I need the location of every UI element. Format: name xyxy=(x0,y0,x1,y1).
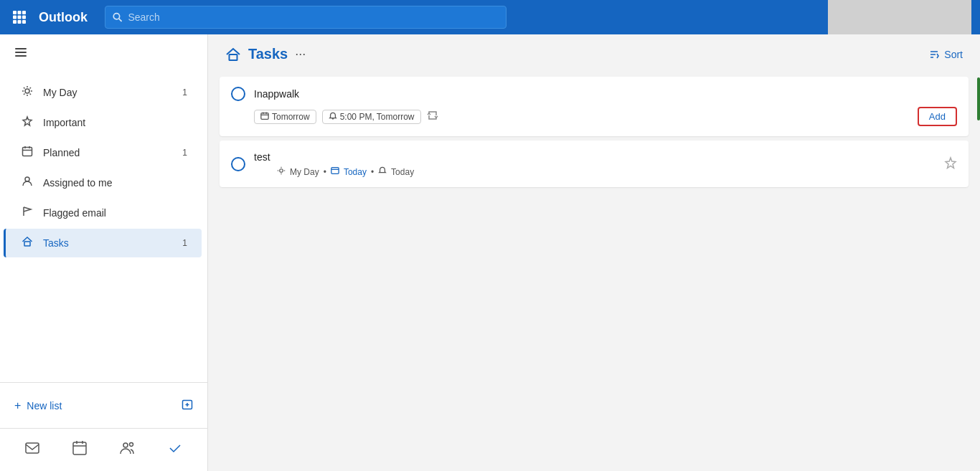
svg-rect-7 xyxy=(18,20,22,24)
search-bar[interactable] xyxy=(105,6,507,29)
calendar-icon xyxy=(20,146,34,160)
svg-line-22 xyxy=(24,94,25,95)
task-due-text-1: Tomorrow xyxy=(272,112,310,122)
task-due-tag-1[interactable]: Tomorrow xyxy=(254,110,316,124)
sidebar-item-flagged[interactable]: Flagged email xyxy=(6,199,202,227)
svg-rect-24 xyxy=(23,148,32,156)
sun-icon xyxy=(20,85,34,100)
new-list-label: New list xyxy=(27,400,62,411)
svg-rect-1 xyxy=(18,11,22,14)
svg-rect-30 xyxy=(24,242,30,246)
task-reminder-text-1: 5:00 PM, Tomorrow xyxy=(340,112,415,122)
svg-line-19 xyxy=(24,87,25,89)
planned-label: Planned xyxy=(43,147,174,158)
task-card-2: test My Day • xyxy=(220,141,969,187)
calendar-footer-icon[interactable] xyxy=(69,437,90,462)
new-list-button[interactable]: + New list xyxy=(14,394,193,417)
task-complete-2[interactable] xyxy=(231,157,245,171)
svg-rect-8 xyxy=(22,20,26,24)
meta-myday-icon xyxy=(277,166,286,177)
topbar-right-area xyxy=(828,0,971,34)
mail-footer-icon[interactable] xyxy=(22,437,43,462)
svg-point-9 xyxy=(113,14,119,19)
svg-rect-3 xyxy=(13,16,17,19)
svg-rect-6 xyxy=(13,20,17,24)
meta-cal-icon xyxy=(331,166,339,177)
tasks-badge: 1 xyxy=(182,238,187,248)
assigned-label: Assigned to me xyxy=(43,177,179,189)
search-input[interactable] xyxy=(128,11,499,23)
page-title: Tasks xyxy=(248,46,288,62)
task-name-1: Inappwalk xyxy=(254,88,957,100)
tasks-header-icon xyxy=(225,47,241,62)
task-meta-2: My Day • Today • xyxy=(277,166,936,177)
sidebar-item-important[interactable]: Important xyxy=(6,108,202,137)
svg-line-21 xyxy=(30,87,32,89)
people-footer-icon[interactable] xyxy=(117,437,138,462)
svg-point-39 xyxy=(123,443,128,447)
svg-rect-0 xyxy=(13,11,17,14)
meta-dot-1: • xyxy=(324,167,326,177)
svg-point-14 xyxy=(25,89,29,93)
planned-badge: 1 xyxy=(182,148,187,158)
important-label: Important xyxy=(43,117,179,128)
meta-myday-text: My Day xyxy=(290,167,319,177)
task-card-1: Inappwalk Tomorrow xyxy=(220,77,969,136)
task-row-2: test My Day • xyxy=(231,151,957,177)
svg-marker-58 xyxy=(946,158,956,168)
task-reminder-tag-1[interactable]: 5:00 PM, Tomorrow xyxy=(322,110,421,124)
svg-rect-41 xyxy=(230,54,237,60)
sidebar-item-my-day[interactable]: My Day 1 xyxy=(6,78,202,107)
task-row-1: Inappwalk xyxy=(231,87,957,101)
sort-button[interactable]: Sort xyxy=(928,49,963,60)
sidebar-item-tasks[interactable]: Tasks 1 xyxy=(4,229,202,257)
content-area: Tasks ··· Sort Inappwalk xyxy=(208,34,980,471)
meta-cal-text: Today xyxy=(344,167,367,177)
task-complete-1[interactable] xyxy=(231,87,245,101)
sidebar-top xyxy=(0,34,207,74)
svg-rect-2 xyxy=(22,11,26,14)
new-list-extra-icon xyxy=(182,399,193,412)
app-title: Outlook xyxy=(39,10,88,25)
main-layout: My Day 1 Important xyxy=(0,34,980,471)
add-button[interactable]: Add xyxy=(918,107,957,126)
sidebar: My Day 1 Important xyxy=(0,34,208,471)
person-icon xyxy=(20,176,34,190)
svg-marker-23 xyxy=(23,117,32,125)
task-name-2: test xyxy=(254,151,270,163)
flagged-label: Flagged email xyxy=(43,207,179,219)
sidebar-item-assigned[interactable]: Assigned to me xyxy=(6,168,202,197)
svg-rect-34 xyxy=(26,443,39,453)
svg-point-40 xyxy=(129,443,133,447)
svg-line-20 xyxy=(30,94,32,95)
sidebar-nav: My Day 1 Important xyxy=(0,74,207,382)
sidebar-footer xyxy=(0,428,207,471)
hamburger-button[interactable] xyxy=(11,43,30,65)
meta-bell-text: Today xyxy=(391,167,414,177)
svg-rect-5 xyxy=(22,16,26,19)
calendar-tag-icon-1 xyxy=(260,112,269,122)
sidebar-bottom: + New list xyxy=(0,382,207,428)
sort-label: Sort xyxy=(944,49,963,60)
bell-tag-icon-1 xyxy=(329,112,337,122)
scrollbar-accent xyxy=(977,77,980,120)
more-options-button[interactable]: ··· xyxy=(295,47,306,62)
tasks-label: Tasks xyxy=(43,237,174,249)
task-details-1: Tomorrow 5:00 PM, Tomorrow xyxy=(254,107,957,126)
svg-point-28 xyxy=(25,177,29,181)
waffle-icon[interactable] xyxy=(9,11,30,24)
plus-icon: + xyxy=(14,399,21,412)
topbar: Outlook xyxy=(0,0,980,34)
svg-line-10 xyxy=(119,19,122,22)
flag-icon xyxy=(20,206,34,220)
my-day-badge: 1 xyxy=(182,87,187,97)
sidebar-item-planned[interactable]: Planned 1 xyxy=(6,138,202,167)
star-button-2[interactable] xyxy=(944,156,957,172)
svg-rect-4 xyxy=(18,16,22,19)
content-header: Tasks ··· Sort xyxy=(208,34,980,74)
repeat-icon-1[interactable] xyxy=(427,110,438,123)
meta-dot-2: • xyxy=(371,167,374,177)
svg-point-51 xyxy=(280,169,283,173)
tasks-footer-icon[interactable] xyxy=(164,437,186,462)
svg-rect-35 xyxy=(73,442,86,455)
